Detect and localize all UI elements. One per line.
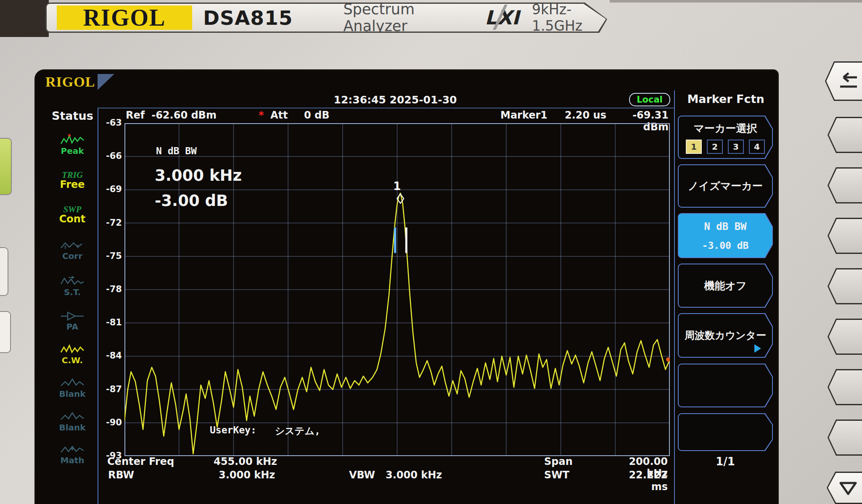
status-panel-title: Status: [52, 109, 93, 122]
rigol-logo: RIGOL: [57, 5, 192, 30]
swt-value: 22.222 ms: [612, 469, 668, 493]
softkey-7[interactable]: [828, 420, 862, 456]
marker-box-3[interactable]: 3: [728, 140, 744, 154]
status-item-blank1: Blank: [48, 377, 97, 398]
center-freq-value: 455.00 kHz: [214, 456, 277, 467]
ndbbw-annotation-label: N dB BW: [156, 145, 197, 156]
menu-button-empty-1[interactable]: [678, 364, 773, 407]
status-item-corr: Corr: [48, 240, 97, 260]
y-axis-label: -90: [94, 417, 122, 427]
cw-waveform-icon: [60, 343, 85, 356]
softkey-5[interactable]: [828, 319, 862, 355]
preamp-icon: [60, 310, 85, 322]
rbw-label: RBW: [108, 469, 134, 481]
menu-button-function-off[interactable]: 機能オフ: [678, 264, 773, 308]
lcd-screen: RIGOL 12:36:45 2025-01-30 Local Marker F…: [36, 71, 777, 504]
brand-text: RIGOL: [83, 4, 166, 31]
softkey-2[interactable]: [828, 167, 862, 203]
st-waveform-icon: [60, 276, 85, 288]
menu-button-ndb-bw[interactable]: N dB BW -3.00 dB: [678, 213, 773, 258]
att-label: Att: [270, 109, 288, 121]
softkey-6[interactable]: [828, 369, 862, 405]
header-separator: [98, 108, 675, 108]
ndbbw-bandwidth-value: 3.000 kHz: [155, 166, 242, 185]
y-axis-label: -78: [94, 284, 122, 294]
y-axis-label: -72: [94, 218, 122, 228]
ndbbw-level-value: -3.00 dB: [155, 192, 228, 210]
lxi-logo: LXI: [481, 6, 523, 29]
device-type-label: Spectrum Analyzer: [343, 1, 458, 34]
marker-select-boxes: 1 2 3 4: [686, 140, 765, 154]
corr-waveform-icon: [60, 240, 85, 251]
page-down-key[interactable]: [827, 472, 862, 504]
menu-page-indicator: 1/1: [678, 455, 773, 468]
att-uncoupled-star: *: [259, 109, 264, 121]
back-arrow-icon: [834, 71, 860, 91]
menu-panel-separator: [674, 90, 675, 504]
marker-readout-label: Marker1: [500, 109, 547, 121]
bezel-edge: [610, 0, 862, 3]
menu-button-empty-2[interactable]: [678, 413, 773, 451]
status-item-pa: PA: [48, 310, 97, 331]
marker-box-2[interactable]: 2: [707, 140, 723, 154]
ref-value: -62.60 dBm: [151, 109, 217, 121]
blank-waveform-icon: [60, 411, 85, 423]
y-axis-label: -75: [94, 251, 122, 261]
spectrum-analyzer-front-panel: RIGOL DSA815 Spectrum Analyzer LXI 9kHz-…: [0, 0, 862, 504]
status-item-math: Math: [48, 444, 97, 464]
softkey-3[interactable]: [828, 218, 862, 254]
menu-title: Marker Fctn: [680, 92, 771, 106]
back-key[interactable]: [825, 61, 862, 101]
blank-waveform-icon: [60, 377, 85, 389]
marker-box-4[interactable]: 4: [749, 140, 765, 154]
userkey-message: UserKey: システム,: [210, 425, 320, 438]
span-label: Span: [544, 456, 573, 467]
y-axis-label: -69: [94, 184, 122, 194]
menu-button-marker-select[interactable]: マーカー選択 1 2 3 4: [678, 116, 773, 159]
status-item-st: S.T.: [48, 276, 97, 296]
status-item-cw: C.W.: [48, 343, 97, 364]
marker-readout-x: 2.20 us: [565, 109, 606, 121]
menu-button-freq-counter[interactable]: 周波数カウンター: [678, 313, 773, 358]
y-axis-label: -81: [94, 317, 122, 327]
marker-box-1[interactable]: 1: [686, 140, 702, 154]
y-axis-labels: -63-66-69-72-75-78-81-84-87-90-93: [94, 123, 122, 456]
photo-dark-corner: [0, 0, 49, 37]
trace-end-dot: [666, 357, 670, 362]
center-freq-label: Center Freq: [107, 456, 174, 467]
status-item-sweep: SWP Cont: [48, 205, 97, 224]
logo-swoosh: [98, 74, 114, 90]
down-triangle-icon: [837, 480, 859, 496]
ref-readout: Ref -62.60 dBm: [126, 109, 217, 121]
brand-badge: RIGOL DSA815 Spectrum Analyzer LXI 9kHz-…: [45, 3, 607, 33]
softkey-1[interactable]: [828, 117, 862, 153]
att-value: 0 dB: [304, 109, 330, 121]
frequency-range-label: 9kHz-1.5GHz: [532, 1, 606, 34]
status-item-peak: Peak: [48, 134, 97, 155]
math-waveform-icon: [60, 444, 85, 456]
local-badge: Local: [629, 93, 670, 106]
submenu-arrow-icon: [754, 344, 761, 353]
y-axis-label: -66: [94, 151, 122, 161]
userkey-value: システム,: [275, 425, 320, 438]
status-item-blank2: Blank: [48, 411, 97, 432]
menu-button-noise-marker[interactable]: ノイズマーカー: [678, 164, 773, 208]
status-item-trigger: TRIG Free: [48, 171, 97, 190]
screen-rigol-logo: RIGOL: [45, 74, 114, 90]
left-white-key-2[interactable]: [0, 311, 11, 353]
y-axis-label: -63: [94, 118, 122, 128]
swt-label: SWT: [544, 469, 569, 481]
rbw-value: 3.000 kHz: [219, 469, 275, 481]
vbw-value: 3.000 kHz: [386, 469, 442, 481]
ndb-bw-value: -3.00 dB: [702, 240, 749, 251]
marker1-number: 1: [393, 180, 401, 193]
datetime-display: 12:36:45 2025-01-30: [311, 94, 479, 106]
peak-waveform-icon: [60, 134, 85, 146]
y-axis-label: -84: [94, 351, 122, 361]
y-axis-label: -87: [94, 384, 122, 394]
softkey-4[interactable]: [828, 268, 862, 304]
model-number: DSA815: [203, 6, 293, 29]
left-green-key[interactable]: [0, 138, 12, 195]
vbw-label: VBW: [349, 469, 375, 481]
left-white-key-1[interactable]: [0, 247, 8, 296]
